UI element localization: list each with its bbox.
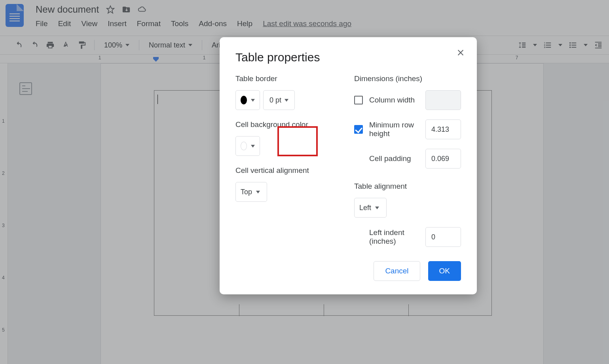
dialog-left-column: Table border 0 pt Cell background color xyxy=(235,74,342,247)
border-width-value: 0 pt xyxy=(269,96,281,104)
dialog-right-column: Dimensions (inches) Column width Minimum… xyxy=(354,74,461,247)
cell-background-dropdown[interactable] xyxy=(235,136,260,156)
table-alignment-value: Left xyxy=(359,204,371,212)
chevron-down-icon xyxy=(251,99,255,102)
chevron-down-icon xyxy=(256,191,260,193)
border-width-dropdown[interactable]: 0 pt xyxy=(263,90,295,110)
table-border-label: Table border xyxy=(235,74,342,83)
min-row-height-input[interactable]: 4.313 xyxy=(425,119,461,139)
cell-padding-input[interactable]: 0.069 xyxy=(425,149,461,169)
border-color-dropdown[interactable] xyxy=(235,90,260,110)
min-row-height-checkbox[interactable] xyxy=(354,125,363,134)
cancel-button[interactable]: Cancel xyxy=(374,261,420,281)
color-swatch-icon xyxy=(241,96,247,104)
vertical-alignment-label: Cell vertical alignment xyxy=(235,166,342,175)
cell-padding-label: Cell padding xyxy=(369,154,425,163)
column-width-input[interactable] xyxy=(425,90,461,110)
chevron-down-icon xyxy=(251,145,255,148)
left-indent-input[interactable]: 0 xyxy=(425,227,461,247)
chevron-down-icon xyxy=(375,207,379,209)
dialog-title: Table properties xyxy=(235,51,461,64)
column-width-label: Column width xyxy=(369,96,425,104)
chevron-down-icon xyxy=(285,99,288,102)
vertical-alignment-value: Top xyxy=(241,188,252,196)
vertical-alignment-dropdown[interactable]: Top xyxy=(235,182,267,202)
table-alignment-dropdown[interactable]: Left xyxy=(354,198,387,218)
table-properties-dialog: Table properties Table border 0 pt Cell … xyxy=(220,37,477,294)
dimensions-label: Dimensions (inches) xyxy=(354,74,461,83)
close-button[interactable] xyxy=(456,48,465,59)
table-alignment-label: Table alignment xyxy=(354,182,461,191)
dialog-actions: Cancel OK xyxy=(235,261,461,281)
left-indent-label: Left indent (inches) xyxy=(369,228,425,246)
ok-button[interactable]: OK xyxy=(428,261,461,281)
min-row-height-label: Minimum row height xyxy=(369,121,425,138)
column-width-checkbox[interactable] xyxy=(354,96,363,104)
dialog-body: Table border 0 pt Cell background color xyxy=(235,74,461,247)
cell-background-label: Cell background color xyxy=(235,120,342,129)
color-swatch-icon xyxy=(241,142,247,150)
